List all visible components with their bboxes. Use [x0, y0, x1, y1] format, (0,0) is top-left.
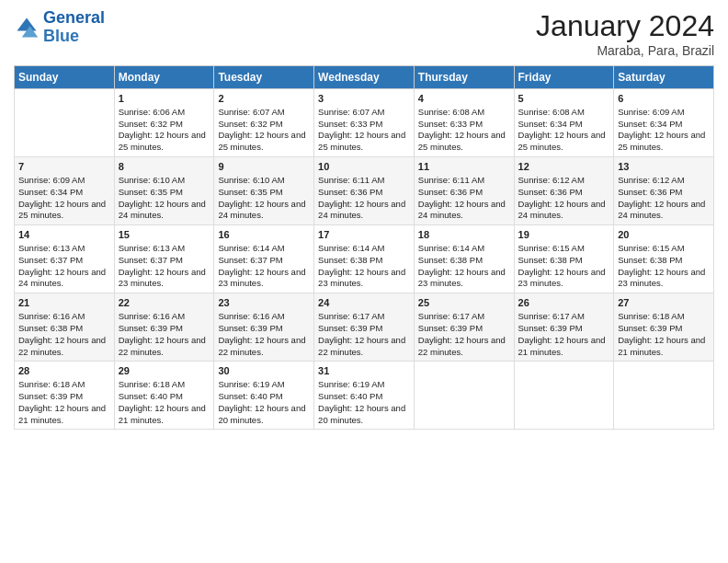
- daylight-text: Daylight: 12 hours and 24 minutes.: [418, 199, 506, 221]
- daylight-text: Daylight: 12 hours and 24 minutes.: [318, 199, 405, 221]
- calendar-cell: 25 Sunrise: 6:17 AM Sunset: 6:39 PM Dayl…: [414, 293, 514, 362]
- day-number: 23: [218, 296, 310, 310]
- calendar-table: SundayMondayTuesdayWednesdayThursdayFrid…: [14, 65, 714, 430]
- day-number: 14: [18, 228, 110, 242]
- daylight-text: Daylight: 12 hours and 21 minutes.: [518, 335, 606, 357]
- sunset-text: Sunset: 6:37 PM: [218, 255, 282, 265]
- calendar-cell: 4 Sunrise: 6:08 AM Sunset: 6:33 PM Dayli…: [414, 89, 514, 157]
- sunset-text: Sunset: 6:39 PM: [119, 323, 183, 333]
- sunrise-text: Sunrise: 6:13 AM: [18, 243, 85, 253]
- sunrise-text: Sunrise: 6:14 AM: [218, 243, 284, 253]
- calendar-cell: 1 Sunrise: 6:06 AM Sunset: 6:32 PM Dayli…: [114, 89, 214, 157]
- header: General Blue January 2024 Maraba, Para, …: [14, 9, 714, 58]
- sunset-text: Sunset: 6:34 PM: [618, 119, 682, 129]
- daylight-text: Daylight: 12 hours and 23 minutes.: [218, 267, 305, 289]
- calendar-cell: 29 Sunrise: 6:18 AM Sunset: 6:40 PM Dayl…: [114, 362, 214, 430]
- calendar-cell: 21 Sunrise: 6:16 AM Sunset: 6:38 PM Dayl…: [15, 293, 115, 362]
- sunset-text: Sunset: 6:36 PM: [318, 187, 382, 197]
- day-number: 22: [119, 296, 210, 310]
- daylight-text: Daylight: 12 hours and 24 minutes.: [218, 199, 305, 221]
- calendar-cell: 19 Sunrise: 6:15 AM Sunset: 6:38 PM Dayl…: [514, 225, 614, 293]
- week-row-3: 14 Sunrise: 6:13 AM Sunset: 6:37 PM Dayl…: [15, 225, 714, 293]
- sunrise-text: Sunrise: 6:09 AM: [618, 107, 684, 117]
- daylight-text: Daylight: 12 hours and 25 minutes.: [119, 130, 206, 152]
- calendar-cell: 15 Sunrise: 6:13 AM Sunset: 6:37 PM Dayl…: [114, 225, 214, 293]
- col-header-wednesday: Wednesday: [314, 66, 415, 89]
- calendar-cell: 31 Sunrise: 6:19 AM Sunset: 6:40 PM Dayl…: [314, 362, 415, 430]
- daylight-text: Daylight: 12 hours and 21 minutes.: [18, 403, 106, 425]
- calendar-cell: 22 Sunrise: 6:16 AM Sunset: 6:39 PM Dayl…: [114, 293, 214, 362]
- day-number: 30: [218, 364, 310, 378]
- week-row-1: 1 Sunrise: 6:06 AM Sunset: 6:32 PM Dayli…: [15, 89, 714, 157]
- day-number: 31: [318, 364, 410, 378]
- sunrise-text: Sunrise: 6:07 AM: [218, 107, 284, 117]
- sunset-text: Sunset: 6:37 PM: [18, 255, 83, 265]
- daylight-text: Daylight: 12 hours and 22 minutes.: [18, 335, 106, 357]
- sunrise-text: Sunrise: 6:12 AM: [518, 175, 585, 185]
- day-number: 4: [418, 92, 510, 106]
- day-number: 21: [18, 296, 110, 310]
- sunrise-text: Sunrise: 6:13 AM: [119, 243, 185, 253]
- day-number: 11: [418, 160, 510, 174]
- sunrise-text: Sunrise: 6:07 AM: [318, 107, 384, 117]
- daylight-text: Daylight: 12 hours and 25 minutes.: [518, 130, 606, 152]
- sunrise-text: Sunrise: 6:18 AM: [18, 379, 85, 389]
- day-number: 6: [618, 92, 710, 106]
- day-number: 8: [119, 160, 210, 174]
- title-block: January 2024 Maraba, Para, Brazil: [536, 9, 714, 58]
- sunset-text: Sunset: 6:39 PM: [518, 323, 583, 333]
- daylight-text: Daylight: 12 hours and 24 minutes.: [119, 199, 206, 221]
- sunrise-text: Sunrise: 6:15 AM: [618, 243, 684, 253]
- sunset-text: Sunset: 6:34 PM: [518, 119, 583, 129]
- sunset-text: Sunset: 6:38 PM: [518, 255, 583, 265]
- calendar-cell: 27 Sunrise: 6:18 AM Sunset: 6:39 PM Dayl…: [614, 293, 714, 362]
- sunrise-text: Sunrise: 6:11 AM: [318, 175, 384, 185]
- calendar-cell: 14 Sunrise: 6:13 AM Sunset: 6:37 PM Dayl…: [15, 225, 115, 293]
- sunset-text: Sunset: 6:38 PM: [318, 255, 382, 265]
- day-number: 28: [18, 364, 110, 378]
- day-number: 29: [119, 364, 210, 378]
- sunrise-text: Sunrise: 6:10 AM: [119, 175, 185, 185]
- day-number: 24: [318, 296, 410, 310]
- sunset-text: Sunset: 6:36 PM: [418, 187, 483, 197]
- sunrise-text: Sunrise: 6:14 AM: [318, 243, 384, 253]
- main-title: January 2024: [536, 9, 714, 43]
- sunset-text: Sunset: 6:40 PM: [318, 391, 382, 401]
- sunset-text: Sunset: 6:39 PM: [218, 323, 282, 333]
- calendar-cell: 30 Sunrise: 6:19 AM Sunset: 6:40 PM Dayl…: [214, 362, 314, 430]
- sunrise-text: Sunrise: 6:11 AM: [418, 175, 484, 185]
- daylight-text: Daylight: 12 hours and 21 minutes.: [119, 403, 206, 425]
- daylight-text: Daylight: 12 hours and 23 minutes.: [318, 267, 405, 289]
- day-number: 27: [618, 296, 710, 310]
- sunrise-text: Sunrise: 6:10 AM: [218, 175, 284, 185]
- col-header-thursday: Thursday: [414, 66, 514, 89]
- daylight-text: Daylight: 12 hours and 25 minutes.: [618, 130, 705, 152]
- day-number: 20: [618, 228, 710, 242]
- logo: General Blue: [14, 9, 105, 46]
- sunrise-text: Sunrise: 6:12 AM: [618, 175, 684, 185]
- sunset-text: Sunset: 6:33 PM: [318, 119, 382, 129]
- calendar-cell: 24 Sunrise: 6:17 AM Sunset: 6:39 PM Dayl…: [314, 293, 415, 362]
- daylight-text: Daylight: 12 hours and 24 minutes.: [618, 199, 705, 221]
- day-number: 15: [119, 228, 210, 242]
- daylight-text: Daylight: 12 hours and 20 minutes.: [318, 403, 405, 425]
- calendar-cell: 10 Sunrise: 6:11 AM Sunset: 6:36 PM Dayl…: [314, 157, 415, 225]
- sunset-text: Sunset: 6:35 PM: [119, 187, 183, 197]
- day-number: 1: [119, 92, 210, 106]
- calendar-cell: 17 Sunrise: 6:14 AM Sunset: 6:38 PM Dayl…: [314, 225, 415, 293]
- sunset-text: Sunset: 6:32 PM: [218, 119, 282, 129]
- sunrise-text: Sunrise: 6:16 AM: [18, 311, 85, 321]
- daylight-text: Daylight: 12 hours and 25 minutes.: [418, 130, 506, 152]
- day-number: 9: [218, 160, 310, 174]
- sunset-text: Sunset: 6:36 PM: [518, 187, 583, 197]
- day-number: 18: [418, 228, 510, 242]
- calendar-cell: 8 Sunrise: 6:10 AM Sunset: 6:35 PM Dayli…: [114, 157, 214, 225]
- calendar-cell: 7 Sunrise: 6:09 AM Sunset: 6:34 PM Dayli…: [15, 157, 115, 225]
- daylight-text: Daylight: 12 hours and 22 minutes.: [318, 335, 405, 357]
- daylight-text: Daylight: 12 hours and 25 minutes.: [18, 199, 106, 221]
- calendar-cell: 16 Sunrise: 6:14 AM Sunset: 6:37 PM Dayl…: [214, 225, 314, 293]
- subtitle: Maraba, Para, Brazil: [536, 43, 714, 58]
- day-number: 10: [318, 160, 410, 174]
- daylight-text: Daylight: 12 hours and 24 minutes.: [518, 199, 606, 221]
- calendar-cell: 6 Sunrise: 6:09 AM Sunset: 6:34 PM Dayli…: [614, 89, 714, 157]
